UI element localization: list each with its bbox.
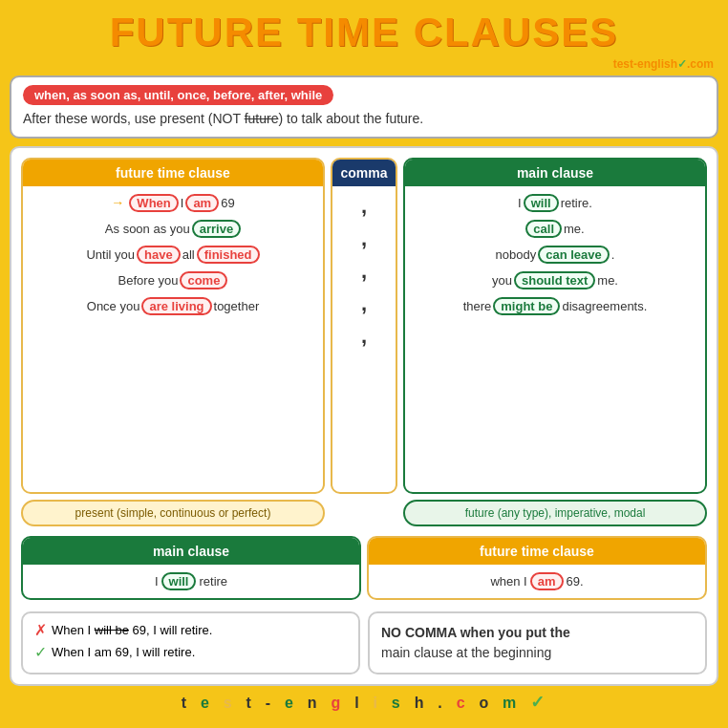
footer-g: g [331,695,342,711]
error-item-correct: ✓ When I am 69, I will retire. [34,643,347,661]
check-mark: ✓ [677,57,687,71]
come-pill: come [180,271,227,289]
error-item-wrong: ✗ When I will be 69, I will retire. [34,621,347,639]
intro-box: when, as soon as, until, once, before, a… [10,75,718,139]
footer-dash1: - [266,695,272,711]
title: FUTURE TIME CLAUSES [10,10,718,55]
no-comma-text: NO COMMA when you put the main clause at… [381,623,694,663]
footer-h: h [415,695,426,711]
x-icon: ✗ [34,621,47,639]
future-row-3-text: Until you [86,247,135,262]
finished-pill: finished [197,246,260,264]
rev-future-when: when I [490,574,526,589]
can-leave-pill: can leave [538,246,610,264]
error-box: ✗ When I will be 69, I will retire. ✓ Wh… [21,611,360,674]
col-body-future: → When I am 69 As soon as you arrive Unt… [23,186,323,323]
main-row-2-text: me. [564,222,585,236]
main-row-5-there: there [463,299,492,313]
are-living-pill: are living [141,297,211,315]
domain: .com [687,57,714,71]
rev-main-retire: retire [199,574,227,589]
footer-c: c [457,695,467,711]
rev-col-header-future: future time clause [369,538,705,565]
future-row-5-together: together [214,299,260,313]
rev-col-header-main: main clause [23,538,359,565]
call-pill: call [525,220,562,238]
rev-col-future: future time clause when I am 69. [367,536,707,600]
reverse-section: main clause I will retire future time cl… [21,536,707,600]
col-body-main: I will retire. call me. nobody can leave… [405,186,705,323]
future-row-1: → When I am 69 [31,192,315,214]
rev-future-num: 69. [567,574,584,589]
comma-2: , [340,225,388,253]
table-section: future time clause → When I am 69 As soo… [21,158,707,494]
future-row-2: As soon as you arrive [31,218,315,240]
will-pill-1: will [524,194,559,212]
col-comma: comma , , , , , [331,158,397,494]
arrive-pill: arrive [192,220,241,238]
footer-e2: e [285,695,295,711]
main-row-4-me: me. [597,273,618,288]
main-row-2: call me. [413,218,697,240]
col-main: main clause I will retire. call me. [403,158,707,494]
comma-3: , [340,257,388,286]
future-row-5: Once you are living together [31,295,315,317]
main-row-1-text: retire. [561,196,592,210]
am-pill: am [185,194,219,212]
rev-col-future-body: when I am 69. [369,565,705,598]
future-row-1-text: I [181,196,184,210]
website-name: test-english [613,57,677,71]
main-row-3: nobody can leave . [413,244,697,266]
main-row-1: I will retire. [413,192,697,214]
main-row-1-i: I [518,196,522,210]
future-row-4-text: Before you [118,273,179,288]
when-pill: When [129,194,178,212]
col-header-main: main clause [405,160,705,186]
footer-s2: s [392,695,402,711]
might-be-pill: might be [493,297,560,315]
outer-border: FUTURE TIME CLAUSES test-english✓.com wh… [0,0,728,728]
footer-dash2: . [438,695,443,711]
comma-5: , [340,322,388,351]
rev-main-i: I [155,574,159,589]
footer-s1: s [224,695,234,711]
future-row-3-all: all [182,247,195,262]
future-row-2-text: As soon as you [105,222,190,236]
main-row-4-you: you [492,273,512,288]
main-row-3-nobody: nobody [496,247,537,262]
rev-am-pill: am [530,572,564,590]
main-row-5-text: disagreements. [562,299,647,313]
no-comma-line2: main clause at the beginning [381,645,551,660]
footer-m: m [503,695,518,711]
correct-text: When I am 69, I will retire. [52,645,195,659]
comma-1: , [340,192,388,221]
website-subtitle: test-english✓.com [10,57,718,71]
check-icon: ✓ [34,643,47,661]
rev-col-main-body: I will retire [23,565,359,598]
main-area: future time clause → When I am 69 As soo… [10,146,718,686]
main-row-5: there might be disagreements. [413,295,697,317]
label-row: present (simple, continuous or perfect) … [21,500,707,526]
footer-check: ✓ [530,693,546,712]
wrong-text: When I will be 69, I will retire. [52,623,212,637]
footer-l: l [354,695,360,711]
no-comma-line1: NO COMMA when you put the [381,625,570,640]
col-header-comma: comma [332,160,396,186]
main-row-3-dot: . [611,247,615,262]
future-row-3: Until you have all finished [31,244,315,266]
footer-i: i [373,695,378,711]
intro-keywords: when, as soon as, until, once, before, a… [23,85,333,105]
should-text-pill: should text [514,271,595,289]
future-row-1-num: 69 [221,196,234,210]
label-present: present (simple, continuous or perfect) [21,500,325,526]
bottom-section: ✗ When I will be 69, I will retire. ✓ Wh… [21,611,707,674]
col-header-future: future time clause [23,160,323,186]
col-body-comma: , , , , , [332,186,396,356]
footer-n: n [308,695,319,711]
future-row-5-text: Once you [87,299,140,313]
future-row-4: Before you come [31,269,315,291]
footer-e1: e [201,695,211,711]
intro-text: After these words, use present (NOT futu… [23,110,705,129]
main-row-4: you should text me. [413,269,697,291]
rev-col-main: main clause I will retire [21,536,361,600]
